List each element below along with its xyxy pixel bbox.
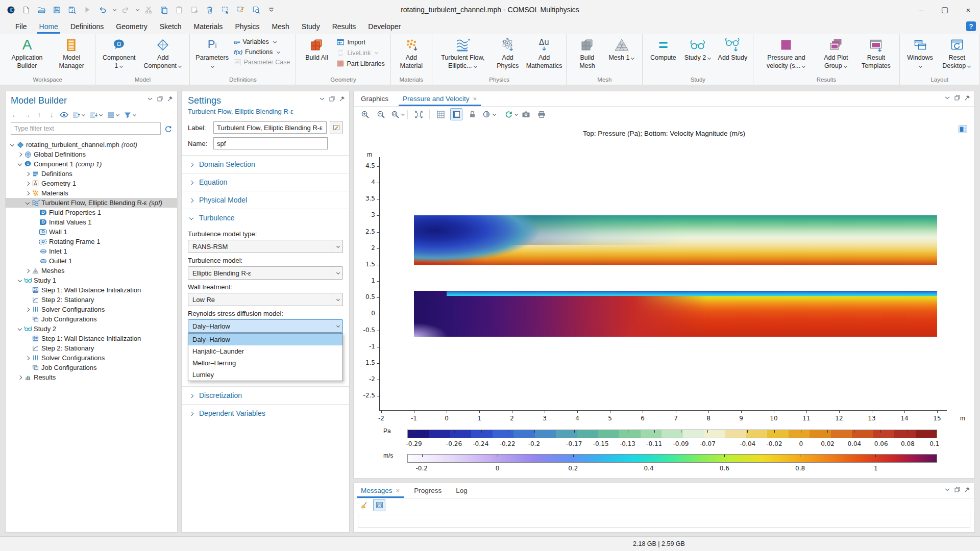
camera-button[interactable] bbox=[520, 108, 532, 120]
run-button[interactable] bbox=[81, 3, 94, 16]
pin-icon[interactable] bbox=[167, 96, 173, 102]
messages-tab-messages[interactable]: Messages× bbox=[354, 483, 407, 498]
graphics-tab-pressure-and-velocity[interactable]: Pressure and Velocity× bbox=[396, 91, 484, 106]
collapse-icon[interactable] bbox=[320, 97, 325, 101]
tree-item-outlet-1[interactable]: Outlet 1 bbox=[6, 256, 177, 266]
tree-item-inlet-1[interactable]: Inlet 1 bbox=[6, 246, 177, 256]
down-button[interactable]: ↓ bbox=[47, 110, 56, 119]
combo-wall-treatment[interactable]: Low Re bbox=[188, 293, 343, 306]
undo-button[interactable] bbox=[96, 3, 109, 16]
show-button[interactable] bbox=[60, 110, 68, 119]
tree-item-step-1-wall-distance-initialization[interactable]: Step 1: Wall Distance Initialization bbox=[6, 334, 177, 343]
rename-button[interactable] bbox=[330, 121, 343, 134]
mail-button[interactable] bbox=[373, 499, 385, 511]
tree-item-study-1[interactable]: Study 1 bbox=[6, 276, 177, 285]
expander-open[interactable] bbox=[16, 279, 23, 282]
tree-item-step-2-stationary[interactable]: Step 2: Stationary bbox=[6, 295, 177, 305]
pin-icon[interactable] bbox=[339, 96, 345, 102]
combo-dropdown-button[interactable] bbox=[332, 267, 342, 279]
messages-tab-progress[interactable]: Progress bbox=[407, 483, 449, 498]
redo-button[interactable] bbox=[119, 3, 132, 16]
expander-closed[interactable] bbox=[24, 191, 31, 195]
ribbon-button-application-builder[interactable]: AApplication Builder bbox=[4, 36, 51, 70]
section-physical-model[interactable]: Physical Model bbox=[182, 191, 349, 209]
copy-button[interactable] bbox=[157, 3, 170, 16]
minimize-button[interactable]: – bbox=[910, 0, 933, 19]
ribbon-button-add-mathematics[interactable]: ΔuAdd Mathematics bbox=[526, 36, 563, 70]
tree-item-solver-configurations[interactable]: Solver Configurations bbox=[6, 353, 177, 363]
zoom-in-button[interactable] bbox=[359, 108, 371, 120]
tree-item-step-2-stationary[interactable]: Step 2: Stationary bbox=[6, 343, 177, 353]
menu-physics[interactable]: Physics bbox=[229, 19, 265, 34]
menu-home[interactable]: Home bbox=[33, 19, 64, 34]
tree-item-meshes[interactable]: Meshes bbox=[6, 266, 177, 276]
duplicate-button[interactable] bbox=[188, 3, 201, 16]
refresh-button[interactable] bbox=[504, 108, 516, 120]
menu-study[interactable]: Study bbox=[296, 19, 326, 34]
combo-turbulence-model-type[interactable]: RANS-RSM bbox=[188, 240, 343, 253]
expander-closed[interactable] bbox=[16, 375, 23, 379]
tree-item-materials[interactable]: Materials bbox=[6, 188, 177, 198]
menu-mesh[interactable]: Mesh bbox=[266, 19, 296, 34]
tree-item-initial-values-1[interactable]: DInitial Values 1 bbox=[6, 217, 177, 227]
section-turbulence[interactable]: Turbulence bbox=[182, 209, 349, 227]
dropdown-option-mellor-herring[interactable]: Mellor–Herring bbox=[188, 357, 342, 369]
close-button[interactable]: × bbox=[957, 0, 980, 19]
close-tab-icon[interactable]: × bbox=[396, 487, 400, 494]
grid-button[interactable] bbox=[434, 108, 447, 120]
comsol-logo-button[interactable] bbox=[4, 3, 17, 16]
float-icon[interactable] bbox=[954, 95, 960, 101]
pin-icon[interactable] bbox=[965, 487, 970, 492]
graphics-tab-graphics[interactable]: Graphics bbox=[354, 91, 396, 106]
expander-closed[interactable] bbox=[24, 308, 31, 311]
section-equation[interactable]: Equation bbox=[182, 173, 349, 191]
lock-button[interactable] bbox=[466, 108, 478, 120]
collapse-icon[interactable] bbox=[945, 96, 950, 99]
tree-item-component-1[interactable]: ΩComponent 1(comp 1) bbox=[6, 159, 177, 169]
ribbon-button-import[interactable]: Import bbox=[334, 38, 386, 46]
expander-closed[interactable] bbox=[24, 269, 31, 272]
label-field[interactable] bbox=[213, 121, 327, 134]
ribbon-button-compute[interactable]: =Compute bbox=[646, 36, 680, 63]
close-tab-icon[interactable]: × bbox=[473, 95, 477, 103]
up-button[interactable]: ↑ bbox=[35, 110, 43, 119]
ribbon-button-mesh-1[interactable]: Mesh 1 bbox=[605, 36, 639, 63]
collapse-icon[interactable] bbox=[148, 97, 153, 101]
expander-open[interactable] bbox=[24, 202, 31, 204]
ribbon-button-parameters[interactable]: PiParameters bbox=[193, 36, 231, 70]
ribbon-button-build-mesh[interactable]: Build Mesh bbox=[570, 36, 604, 70]
ribbon-button-parameter-case[interactable]: PiParameter Case bbox=[232, 58, 292, 66]
cut-button[interactable] bbox=[142, 3, 155, 16]
ribbon-button-component-1[interactable]: ΩComponent 1 bbox=[99, 36, 139, 70]
collapse-button[interactable] bbox=[90, 110, 103, 119]
tree-item-fluid-properties-1[interactable]: DFluid Properties 1 bbox=[6, 208, 177, 217]
tree-item-study-2[interactable]: Study 2 bbox=[6, 324, 177, 334]
menu-file[interactable]: File bbox=[9, 19, 33, 34]
expand-button[interactable] bbox=[72, 110, 86, 119]
view-button[interactable] bbox=[107, 110, 120, 119]
menu-materials[interactable]: Materials bbox=[188, 19, 229, 34]
dropdown-option-daly-harlow[interactable]: Daly–Harlow bbox=[188, 334, 342, 345]
print-button[interactable] bbox=[535, 108, 548, 120]
save-button[interactable] bbox=[50, 3, 63, 16]
menu-sketch[interactable]: Sketch bbox=[154, 19, 188, 34]
tree-item-rotating-turbulent-channel-mph[interactable]: rotating_turbulent_channel.mph(root) bbox=[6, 140, 177, 149]
forward-button[interactable]: → bbox=[23, 110, 31, 119]
expander-open[interactable] bbox=[9, 143, 16, 146]
save-find-button[interactable] bbox=[65, 3, 79, 16]
tree-item-turbulent-flow-elliptic-blending-r[interactable]: Turbulent Flow, Elliptic Blending R-ε(sp… bbox=[6, 198, 177, 208]
ribbon-button-add-physics[interactable]: Add Physics bbox=[491, 36, 525, 70]
expander-closed[interactable] bbox=[24, 356, 31, 360]
new-file-button[interactable] bbox=[19, 3, 33, 16]
find-button[interactable] bbox=[249, 3, 262, 16]
tree-item-definitions[interactable]: Definitions bbox=[6, 169, 177, 179]
axes-button[interactable] bbox=[450, 108, 462, 120]
messages-tab-log[interactable]: Log bbox=[449, 483, 475, 498]
expander-closed[interactable] bbox=[24, 172, 31, 176]
ribbon-button-turbulent-flow-elliptic[interactable]: Turbulent Flow, Elliptic... bbox=[436, 36, 490, 70]
ribbon-button-variables[interactable]: a=Variables bbox=[232, 38, 292, 46]
dropdown-option-hanjali-launder[interactable]: Hanjalić–Launder bbox=[188, 345, 342, 357]
maximize-button[interactable]: ▢ bbox=[933, 0, 957, 19]
ribbon-button-result-templates[interactable]: Result Templates bbox=[856, 36, 895, 70]
ribbon-button-reset-desktop[interactable]: Reset Desktop bbox=[938, 36, 976, 70]
